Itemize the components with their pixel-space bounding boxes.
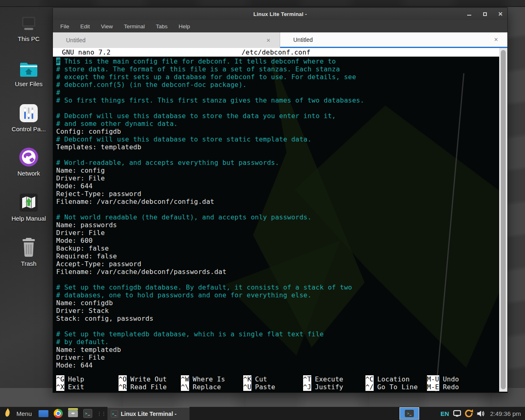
nano-title-bar: GNU nano 7.2 /etc/debconf.conf bbox=[53, 48, 499, 57]
desktop-icon-user-files[interactable]: User Files bbox=[4, 57, 53, 98]
menubar: File Edit View Terminal Tabs Help bbox=[53, 20, 507, 32]
shortcut-key: ^U bbox=[243, 383, 251, 391]
desktop-icon-trash[interactable]: Trash bbox=[4, 236, 53, 277]
menu-terminal[interactable]: Terminal bbox=[124, 23, 145, 30]
shortcut-key: M-E bbox=[427, 383, 439, 391]
menu-help[interactable]: Help bbox=[179, 23, 190, 30]
shortcut-key: ^G bbox=[56, 375, 64, 383]
chrome-icon bbox=[54, 409, 63, 418]
desktop-icon-label: This PC bbox=[4, 35, 53, 42]
desktop-icon-label: Network bbox=[4, 170, 53, 177]
desktop-icon-help-manual[interactable]: Help Manual bbox=[4, 191, 53, 232]
menu-button-label[interactable]: Menu bbox=[16, 410, 32, 417]
editor-line: # and some other dynamic data. bbox=[56, 120, 499, 128]
nano-shortcut: ^TExecute bbox=[303, 375, 365, 383]
titlebar[interactable]: Linux Lite Terminal - ✕ bbox=[53, 8, 507, 20]
nano-shortcut: ^\Replace bbox=[181, 383, 243, 391]
editor-line: # Set up the templatedb database, which … bbox=[56, 330, 499, 338]
editor-line: Filename: /var/cache/debconf/passwords.d… bbox=[56, 268, 499, 276]
window-title: Linux Lite Terminal - bbox=[53, 11, 507, 17]
desktop-icon-this-pc[interactable]: This PC bbox=[4, 11, 53, 52]
shortcut-label: Execute bbox=[315, 375, 343, 383]
shortcut-label: Undo bbox=[443, 375, 459, 383]
volume-icon[interactable] bbox=[477, 410, 484, 417]
editor-line: Templates: templatedb bbox=[56, 143, 499, 151]
desktop-icon-label: User Files bbox=[4, 80, 53, 87]
editor-line: Backup: false bbox=[56, 244, 499, 252]
nano-shortcut: M-UUndo bbox=[427, 375, 499, 383]
sliders-icon bbox=[4, 102, 53, 123]
tray-terminal-button[interactable]: >_ bbox=[399, 407, 419, 420]
editor-line: Accept-Type: password bbox=[56, 260, 499, 268]
shortcut-key: ^R bbox=[119, 383, 127, 391]
linux-lite-menu-button[interactable] bbox=[1, 407, 14, 420]
tab-untitled-1[interactable]: Untitled ✕ bbox=[53, 32, 280, 48]
scrollbar[interactable] bbox=[499, 48, 507, 392]
shortcut-label: Read File bbox=[130, 383, 167, 391]
shortcut-label: Exit bbox=[68, 383, 84, 391]
text-cursor: # bbox=[56, 57, 60, 65]
globe-icon bbox=[4, 146, 53, 167]
editor-line bbox=[56, 276, 499, 283]
shortcut-label: Where Is bbox=[193, 375, 225, 383]
menu-edit[interactable]: Edit bbox=[80, 23, 90, 30]
close-button[interactable]: ✕ bbox=[498, 11, 503, 17]
shortcut-label: Replace bbox=[193, 383, 221, 391]
terminal-icon: >_ bbox=[111, 410, 118, 418]
shortcut-key: ^W bbox=[181, 375, 189, 383]
shortcut-key: ^C bbox=[365, 375, 374, 383]
editor-line: # store data. The format of this file is… bbox=[56, 65, 499, 73]
nano-shortcut: ^GHelp bbox=[56, 375, 119, 383]
updates-icon[interactable] bbox=[464, 409, 473, 418]
desktop-icon-label: Help Manual bbox=[4, 215, 53, 222]
desktop-icon-label: Trash bbox=[4, 260, 53, 267]
minimize-button[interactable] bbox=[466, 11, 472, 17]
editor-line: # Set up the configdb database. By defau… bbox=[56, 283, 499, 291]
maximize-button[interactable] bbox=[482, 11, 488, 17]
tab-close-icon[interactable]: ✕ bbox=[494, 37, 498, 43]
chrome-launcher[interactable] bbox=[52, 407, 64, 420]
display-icon[interactable] bbox=[453, 410, 461, 417]
editor-line bbox=[56, 151, 499, 159]
editor-line: Mode: 644 bbox=[56, 361, 499, 369]
tab-close-icon[interactable]: ✕ bbox=[266, 37, 271, 43]
language-indicator[interactable]: EN bbox=[441, 410, 449, 417]
shortcut-key: ^T bbox=[303, 375, 311, 383]
terminal-screen[interactable]: GNU nano 7.2 /etc/debconf.conf # This is… bbox=[53, 48, 507, 392]
nano-shortcut: ^JJustify bbox=[303, 383, 365, 391]
workspace-pager[interactable] bbox=[37, 407, 50, 420]
shortcut-column: ^CLocation^/Go To Line bbox=[365, 375, 427, 391]
editor-line: Name: passwords bbox=[56, 221, 499, 229]
file-manager-launcher[interactable] bbox=[67, 407, 79, 420]
shortcut-label: Help bbox=[68, 375, 84, 383]
clock[interactable]: 2:49:36 pm bbox=[490, 410, 521, 417]
home-folder-icon bbox=[4, 57, 53, 78]
map-manual-icon bbox=[4, 191, 53, 212]
editor-line: # debconf.conf(5) (in the debconf-doc pa… bbox=[56, 81, 499, 89]
shortcut-label: Write Out bbox=[130, 375, 167, 383]
wallpaper-facet bbox=[0, 0, 525, 7]
editor-line: Name: configdb bbox=[56, 299, 499, 307]
file-manager-icon bbox=[68, 408, 78, 419]
desktop-icon-network[interactable]: Network bbox=[4, 146, 53, 187]
editor-line: # except the first sets up a database fo… bbox=[56, 73, 499, 81]
menu-file[interactable]: File bbox=[60, 23, 69, 30]
nano-shortcut: M-ERedo bbox=[427, 383, 499, 391]
nano-shortcut-bar: ^GHelp^XExit^OWrite Out^RRead File^WWher… bbox=[56, 375, 499, 391]
shortcut-key: ^O bbox=[119, 375, 127, 383]
tab-untitled-2[interactable]: Untitled ✕ bbox=[280, 32, 507, 48]
wallpaper-facet bbox=[507, 7, 525, 407]
menu-view[interactable]: View bbox=[101, 23, 113, 30]
task-button-terminal[interactable]: >_ Linux Lite Terminal - bbox=[107, 407, 189, 420]
terminal-launcher[interactable]: >_ bbox=[82, 407, 94, 420]
shortcut-column: M-UUndoM-ERedo bbox=[427, 375, 499, 391]
terminal-icon: >_ bbox=[405, 410, 414, 417]
nano-shortcut: ^XExit bbox=[56, 383, 119, 391]
scrollbar-thumb[interactable] bbox=[501, 50, 506, 389]
desktop-icon-control-panel[interactable]: Control Pa... bbox=[4, 102, 53, 143]
editor-line: Stack: config, passwords bbox=[56, 315, 499, 322]
editor-line: Name: config bbox=[56, 167, 499, 174]
taskbar: Menu >_ ⋮⋮ >_ Linux Lite Terminal - >_ E… bbox=[0, 407, 525, 420]
menu-tabs[interactable]: Tabs bbox=[156, 23, 168, 30]
linux-lite-logo-icon bbox=[4, 408, 11, 419]
